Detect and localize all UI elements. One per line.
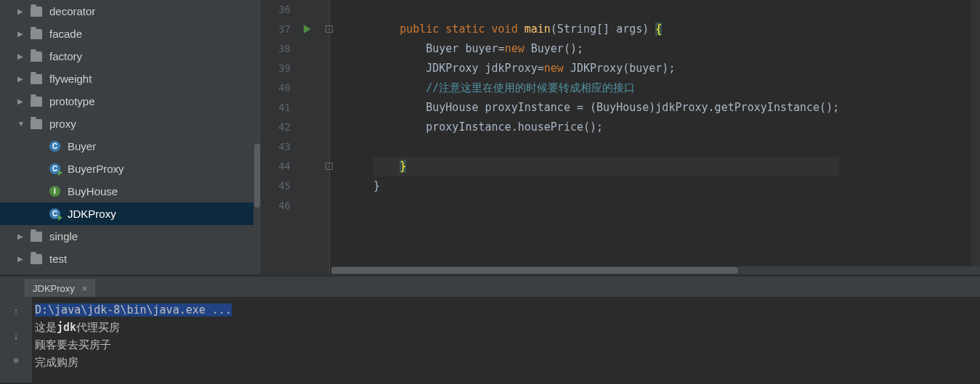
line-number-gutter: 36 37 38 39 40 41 42 43 44 45 46 <box>262 0 296 274</box>
chevron-right-icon: ▶ <box>17 8 25 15</box>
folder-icon <box>31 74 42 84</box>
chevron-right-icon: ▶ <box>17 75 25 83</box>
tree-item-buyer[interactable]: · C Buyer <box>0 135 261 158</box>
editor-horizontal-scrollbar[interactable] <box>331 266 980 274</box>
tree-item-label: facade <box>49 28 82 40</box>
tree-item-label: JDKProxy <box>68 208 116 220</box>
code-line <box>373 137 839 157</box>
line-number: 45 <box>262 176 296 196</box>
fold-gutter: - - <box>325 0 339 274</box>
tree-item-label: proxy <box>49 118 76 130</box>
code-line: Buyer buyer=new Buyer(); <box>373 39 839 59</box>
code-line: //注意这里在使用的时候要转成相应的接口 <box>373 78 839 98</box>
console-toolbar: ↑ ↓ ≡ <box>0 297 32 383</box>
tree-item-label: flyweight <box>49 73 92 85</box>
chevron-right-icon: ▶ <box>17 30 25 38</box>
folder-icon <box>31 254 42 264</box>
sidebar-scrollbar[interactable] <box>254 0 261 274</box>
soft-wrap-icon[interactable]: ≡ <box>9 354 23 367</box>
tree-item-label: BuyerProxy <box>68 163 124 175</box>
runnable-class-icon: C <box>49 163 60 174</box>
tree-item-buyhouse[interactable]: · I BuyHouse <box>0 180 261 203</box>
code-editor[interactable]: 36 37 38 39 40 41 42 43 44 45 46 - - pub… <box>262 0 980 274</box>
close-icon[interactable]: × <box>82 283 88 294</box>
tree-item-buyerproxy[interactable]: · C BuyerProxy <box>0 158 261 180</box>
fold-toggle-icon[interactable]: - <box>325 25 333 33</box>
error-stripe[interactable] <box>971 0 980 274</box>
console-line: 完成购房 <box>35 354 980 371</box>
run-tab-bar: JDKProxy × <box>0 277 980 297</box>
tree-item-label: BuyHouse <box>68 185 118 197</box>
tree-item-proxy[interactable]: ▼ proxy <box>0 113 261 135</box>
runnable-class-icon: C <box>49 208 60 219</box>
chevron-right-icon: ▶ <box>17 98 25 105</box>
folder-icon <box>31 52 42 62</box>
scrollbar-thumb[interactable] <box>331 267 738 274</box>
chevron-right-icon: ▶ <box>17 233 25 240</box>
run-tool-window: JDKProxy × ↑ ↓ ≡ D:\java\jdk-8\bin\java.… <box>0 274 980 383</box>
fold-toggle-icon[interactable]: - <box>325 163 333 170</box>
code-line <box>373 0 839 20</box>
code-area[interactable]: public static void main(String[] args) {… <box>373 0 839 274</box>
folder-icon <box>31 232 42 242</box>
line-number: 46 <box>262 196 296 216</box>
tree-item-test[interactable]: ▶ test <box>0 248 261 270</box>
chevron-down-icon: ▼ <box>17 120 25 128</box>
line-number: 39 <box>262 59 296 78</box>
run-line-icon[interactable] <box>304 25 311 33</box>
tree-item-jdkproxy[interactable]: · C JDKProxy <box>0 203 261 225</box>
line-number: 43 <box>262 137 296 157</box>
line-number: 40 <box>262 78 296 98</box>
tree-item-label: prototype <box>49 95 95 107</box>
code-line: JDKProxy jdkProxy=new JDKProxy(buyer); <box>373 59 839 78</box>
code-line <box>373 196 839 216</box>
tree-item-label: Buyer <box>68 140 96 152</box>
line-number: 38 <box>262 39 296 59</box>
chevron-right-icon: ▶ <box>17 53 25 60</box>
folder-icon <box>31 29 42 39</box>
tree-item-factory[interactable]: ▶ factory <box>0 45 261 68</box>
run-config-tab[interactable]: JDKProxy × <box>25 279 95 297</box>
code-line: proxyInstance.housePrice(); <box>373 118 839 137</box>
tree-item-label: factory <box>49 50 82 62</box>
tree-item-label: test <box>49 253 67 265</box>
line-number: 42 <box>262 118 296 137</box>
tree-item-label: decorator <box>49 5 95 17</box>
code-line: public static void main(String[] args) { <box>373 20 839 39</box>
scroll-down-icon[interactable]: ↓ <box>9 329 23 342</box>
interface-icon: I <box>49 186 60 197</box>
console-output[interactable]: D:\java\jdk-8\bin\java.exe ... 这是jdk代理买房… <box>32 297 980 383</box>
chevron-right-icon: ▶ <box>17 256 25 263</box>
folder-icon <box>31 7 42 17</box>
code-line: BuyHouse proxyInstance = (BuyHouse)jdkPr… <box>373 98 839 118</box>
code-line: } <box>373 176 839 196</box>
scroll-up-icon[interactable]: ↑ <box>9 304 23 317</box>
line-number: 37 <box>262 20 296 39</box>
tree-item-facade[interactable]: ▶ facade <box>0 23 261 45</box>
tree-item-single[interactable]: ▶ single <box>0 225 261 248</box>
console-line: D:\java\jdk-8\bin\java.exe ... <box>35 301 980 319</box>
line-number: 44 <box>262 157 296 176</box>
code-line: } <box>373 157 839 176</box>
tree-item-flyweight[interactable]: ▶ flyweight <box>0 68 261 90</box>
class-icon: C <box>49 141 60 152</box>
folder-icon <box>31 97 42 107</box>
folder-icon <box>31 119 42 129</box>
console-line: 顾客要去买房子 <box>35 336 980 354</box>
run-config-tab-label: JDKProxy <box>33 283 75 294</box>
project-tree: ▶ decorator ▶ facade ▶ factory ▶ flyweig… <box>0 0 262 274</box>
line-number: 36 <box>262 0 296 20</box>
tree-item-decorator[interactable]: ▶ decorator <box>0 0 261 23</box>
tree-item-prototype[interactable]: ▶ prototype <box>0 90 261 113</box>
console-line: 这是jdk代理买房 <box>35 319 980 336</box>
scrollbar-thumb[interactable] <box>254 144 260 208</box>
tree-item-label: single <box>49 230 78 242</box>
line-number: 41 <box>262 98 296 118</box>
